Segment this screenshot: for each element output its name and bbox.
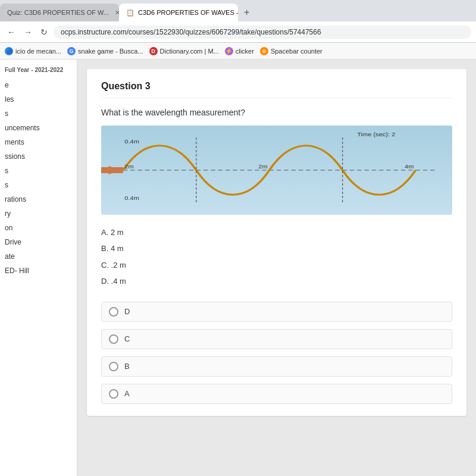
tab-close-icon[interactable]: ✕ — [115, 9, 119, 17]
tab-favicon: 📋 — [126, 9, 134, 17]
new-tab-button[interactable]: + — [238, 4, 255, 21]
radio-option-b[interactable]: B — [101, 356, 452, 377]
bookmark-3[interactable]: D Dictionary.com | M... — [149, 47, 219, 55]
choice-c: C. .2 m — [101, 257, 452, 273]
main-content: Question 3 What is the wavelength measur… — [77, 60, 476, 476]
sidebar-item-3[interactable]: s — [0, 107, 77, 121]
radio-option-d[interactable]: D — [101, 302, 452, 322]
tab-active-label: C3D6 PROPERTIES OF WAVES - — [138, 9, 238, 16]
radio-options: D C B A — [101, 302, 452, 404]
choice-a: A. 2 m — [101, 224, 452, 240]
sidebar: Full Year - 2021-2022 e les s uncements … — [0, 60, 77, 476]
bookmarks-bar: 🔵 icio de mecan... G snake game - Busca.… — [0, 43, 476, 60]
bookmark-5-icon: ⊕ — [260, 47, 268, 55]
bookmark-1[interactable]: 🔵 icio de mecan... — [5, 47, 61, 55]
browser-chrome: Quiz: C3D6 PROPERTIES OF W... ✕ 📋 C3D6 P… — [0, 0, 476, 60]
bookmark-5-label: Spacebar counter — [271, 48, 322, 55]
svg-text:0.4m: 0.4m — [124, 139, 139, 145]
address-bar[interactable]: ocps.instructure.com/courses/1522930/qui… — [54, 26, 471, 39]
bookmark-3-label: Dictionary.com | M... — [160, 48, 219, 55]
tab-active[interactable]: 📋 C3D6 PROPERTIES OF WAVES - ✕ — [119, 4, 238, 21]
choice-b: B. 4 m — [101, 240, 452, 256]
sidebar-item-6[interactable]: ssions — [0, 149, 77, 164]
radio-label-c: C — [124, 334, 130, 343]
radio-label-b: B — [124, 362, 130, 371]
tab-inactive[interactable]: Quiz: C3D6 PROPERTIES OF W... ✕ — [0, 4, 119, 21]
sidebar-item-8[interactable]: s — [0, 178, 77, 192]
radio-circle-d — [109, 307, 118, 317]
sidebar-item-9[interactable]: rations — [0, 192, 77, 206]
svg-text:4m: 4m — [405, 164, 414, 170]
back-button[interactable]: ← — [5, 26, 18, 38]
bookmark-2-label: snake game - Busca... — [78, 48, 143, 55]
bookmark-1-label: icio de mecan... — [15, 48, 61, 55]
page-layout: Full Year - 2021-2022 e les s uncements … — [0, 60, 476, 476]
sidebar-item-5[interactable]: ments — [0, 135, 77, 149]
radio-circle-b — [109, 362, 118, 371]
svg-text:0.4m: 0.4m — [124, 195, 139, 201]
radio-label-d: D — [124, 307, 130, 316]
bookmark-2[interactable]: G snake game - Busca... — [67, 47, 143, 55]
radio-option-a[interactable]: A — [101, 384, 452, 404]
bookmark-4-icon: ⚡ — [225, 47, 233, 55]
svg-text:2m: 2m — [124, 164, 133, 170]
svg-rect-3 — [101, 167, 123, 173]
svg-text:Time (sec): 2: Time (sec): 2 — [357, 131, 396, 137]
bookmark-2-icon: G — [67, 47, 76, 55]
bookmark-1-icon: 🔵 — [5, 47, 13, 55]
question-text: What is the wavelength measurement? — [101, 108, 452, 117]
tab-bar: Quiz: C3D6 PROPERTIES OF W... ✕ 📋 C3D6 P… — [0, 0, 476, 21]
sidebar-item-2[interactable]: les — [0, 92, 77, 107]
bookmark-5[interactable]: ⊕ Spacebar counter — [260, 47, 322, 55]
sidebar-item-1[interactable]: e — [0, 78, 77, 92]
nav-bar: ← → ↻ ocps.instructure.com/courses/15229… — [0, 21, 476, 43]
radio-option-c[interactable]: C — [101, 329, 452, 349]
sidebar-item-14[interactable]: ED- Hill — [0, 264, 77, 278]
forward-button[interactable]: → — [21, 26, 35, 38]
refresh-button[interactable]: ↻ — [38, 26, 50, 38]
bookmark-4[interactable]: ⚡ clicker — [225, 47, 254, 55]
tab-inactive-label: Quiz: C3D6 PROPERTIES OF W... — [7, 9, 109, 16]
sidebar-item-4[interactable]: uncements — [0, 121, 77, 135]
address-text: ocps.instructure.com/courses/1522930/qui… — [61, 28, 321, 36]
sidebar-item-12[interactable]: Drive — [0, 235, 77, 249]
sidebar-item-11[interactable]: on — [0, 221, 77, 235]
answer-choices: A. 2 m B. 4 m C. .2 m D. .4 m — [101, 224, 452, 290]
sidebar-item-7[interactable]: s — [0, 164, 77, 178]
sidebar-item-13[interactable]: ate — [0, 249, 77, 264]
question-title: Question 3 — [101, 81, 452, 98]
radio-circle-a — [109, 389, 118, 399]
choice-d: D. .4 m — [101, 273, 452, 289]
radio-label-a: A — [124, 389, 130, 398]
bookmark-3-icon: D — [149, 47, 158, 55]
sidebar-header: Full Year - 2021-2022 — [0, 64, 77, 78]
radio-circle-c — [109, 334, 118, 344]
sidebar-item-10[interactable]: ry — [0, 206, 77, 221]
wave-diagram: 0.4m Time (sec): 2 2m 2m 4m 0.4m — [101, 126, 452, 215]
svg-text:2m: 2m — [258, 164, 267, 170]
question-card: Question 3 What is the wavelength measur… — [87, 69, 466, 416]
bookmark-4-label: clicker — [236, 48, 254, 55]
